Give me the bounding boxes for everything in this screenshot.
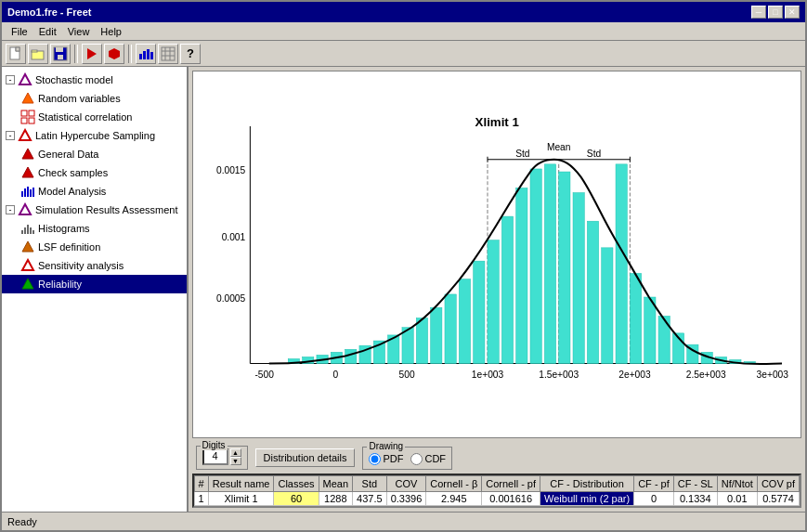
pdf-radio-label[interactable]: PDF [369,453,403,465]
drawing-label: Drawing [367,441,405,451]
tree-item-lhs[interactable]: - Latin Hypercube Sampling [2,126,187,145]
svg-text:2e+003: 2e+003 [618,370,651,380]
random-icon [20,91,35,106]
svg-marker-32 [20,204,31,214]
svg-rect-84 [573,193,584,364]
menu-bar: File Edit View Help [2,22,805,41]
minimize-button[interactable]: ─ [751,6,766,19]
col-cov: COV [386,476,426,492]
table-header-row: # Result name Classes Mean Std COV Corne… [194,476,799,492]
svg-rect-28 [24,188,26,197]
svg-marker-38 [22,241,33,252]
pdf-radio[interactable] [369,453,381,465]
svg-rect-12 [150,52,153,59]
save-button[interactable] [50,44,71,64]
svg-rect-37 [33,230,34,234]
run-button[interactable] [82,44,102,64]
expand-lhs[interactable]: - [6,131,15,140]
tree-item-reliability[interactable]: Reliability [2,275,187,293]
svg-text:2.5e+003: 2.5e+003 [685,370,725,380]
digits-input[interactable]: 4 [202,448,228,465]
histogram-chart: Xlimit 1 0.0015 0.001 0.0005 -500 0 500 … [193,71,800,437]
tree-label-simulation: Simulation Results Assessment [35,204,177,215]
svg-text:-500: -500 [254,370,274,380]
col-cornell-b: Cornell - β [426,476,482,492]
svg-rect-21 [29,110,34,116]
distribution-details-button[interactable]: Distribution details [255,448,356,467]
radio-group: PDF CDF [369,453,446,465]
svg-marker-24 [20,130,31,140]
open-button[interactable] [28,44,48,64]
tree-item-simulation[interactable]: - Simulation Results Assessment [2,201,187,219]
svg-rect-83 [558,172,569,364]
menu-edit[interactable]: Edit [33,25,62,38]
svg-text:0.0005: 0.0005 [216,293,246,304]
col-num: # [194,476,208,492]
correlation-icon [20,110,35,124]
tree-label-reliability: Reliability [38,279,82,290]
svg-marker-7 [87,48,97,59]
tree-item-sensitivity[interactable]: Sensitivity analysis [2,256,187,275]
svg-rect-75 [445,294,456,364]
table-button[interactable] [158,44,178,64]
cell-num: 1 [194,492,208,506]
svg-rect-31 [33,188,34,197]
digits-down[interactable]: ▼ [230,457,241,465]
tree-item-model-analysis[interactable]: Model Analysis [2,182,187,201]
stop-button[interactable] [104,44,124,64]
svg-text:500: 500 [398,370,414,380]
svg-marker-25 [22,149,33,159]
tree-item-lsf[interactable]: LSF definition [2,238,187,256]
svg-rect-22 [21,118,27,123]
svg-rect-81 [530,169,541,364]
svg-rect-10 [143,51,146,59]
lsf-icon [20,240,35,254]
svg-rect-80 [515,188,527,363]
toolbar: ? [2,41,805,67]
menu-view[interactable]: View [62,25,96,38]
tree-item-correlation[interactable]: Statistical correlation [2,108,187,126]
close-button[interactable]: ✕ [785,6,800,19]
tree-label-lsf: LSF definition [38,241,100,253]
menu-file[interactable]: File [6,25,33,38]
tree-item-general[interactable]: General Data [2,145,187,163]
cell-cov-pf: 0.5774 [757,492,799,506]
tree-item-random[interactable]: Random variables [2,89,187,108]
expand-stochastic[interactable]: - [6,75,15,84]
svg-text:0.0015: 0.0015 [216,165,246,175]
status-bar: Ready [2,512,805,530]
chart-button[interactable] [136,44,156,64]
cell-name: Xlimit 1 [208,492,274,506]
svg-rect-79 [501,216,513,363]
cdf-label: CDF [424,453,446,464]
menu-help[interactable]: Help [95,25,127,38]
svg-rect-90 [658,316,670,363]
maximize-button[interactable]: □ [768,6,783,19]
tree-item-stochastic[interactable]: - Stochastic model [2,71,187,89]
tree-empty-area [2,293,187,349]
cdf-radio[interactable] [410,453,423,465]
results-table: # Result name Classes Mean Std COV Corne… [194,475,800,506]
help-button[interactable]: ? [180,44,201,64]
expand-simulation[interactable]: - [6,205,15,214]
svg-rect-35 [27,225,29,234]
svg-rect-13 [162,47,175,60]
lhs-icon [18,128,33,143]
tree-label-sensitivity: Sensitivity analysis [38,260,124,271]
digits-spinner: ▲ ▼ [230,448,241,465]
svg-rect-34 [24,227,26,234]
digits-group: Digits 4 ▲ ▼ [196,446,248,470]
stochastic-icon [18,72,33,87]
cell-mean: 1288 [319,492,353,506]
results-table-container: # Result name Classes Mean Std COV Corne… [192,474,801,508]
cdf-radio-label[interactable]: CDF [410,453,446,465]
tree-item-histograms[interactable]: Histograms [2,219,187,238]
digits-up[interactable]: ▲ [230,448,241,457]
svg-rect-88 [630,273,641,363]
new-button[interactable] [6,44,26,64]
svg-rect-36 [30,227,32,234]
col-cf-sl: CF - SL [673,476,717,492]
col-cf-pf: CF - pf [634,476,674,492]
svg-text:0.001: 0.001 [221,232,245,242]
tree-item-check[interactable]: Check samples [2,163,187,182]
